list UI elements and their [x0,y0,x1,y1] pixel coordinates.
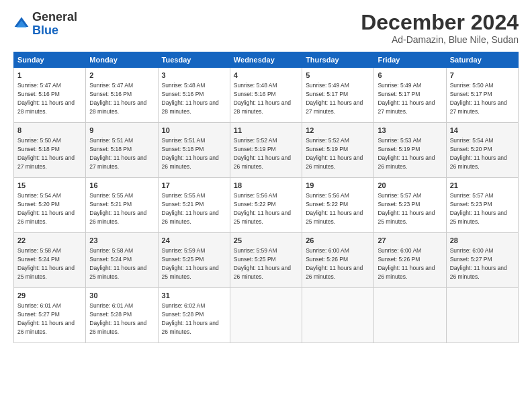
table-row: 11 Sunrise: 5:52 AMSunset: 5:19 PMDaylig… [230,123,302,178]
day-info: Sunrise: 5:50 AMSunset: 5:18 PMDaylight:… [17,137,75,170]
table-row: 7 Sunrise: 5:50 AMSunset: 5:17 PMDayligh… [446,68,518,123]
table-row [374,288,446,343]
day-info: Sunrise: 5:56 AMSunset: 5:22 PMDaylight:… [306,192,363,225]
day-number: 12 [306,126,370,136]
table-row: 18 Sunrise: 5:56 AMSunset: 5:22 PMDaylig… [230,178,302,233]
day-info: Sunrise: 5:59 AMSunset: 5:25 PMDaylight:… [162,247,219,280]
day-info: Sunrise: 5:55 AMSunset: 5:21 PMDaylight:… [162,192,219,225]
table-row: 16 Sunrise: 5:55 AMSunset: 5:21 PMDaylig… [86,178,158,233]
logo: General Blue [13,11,77,38]
title-section: December 2024 Ad-Damazin, Blue Nile, Sud… [361,11,519,45]
table-row: 27 Sunrise: 6:00 AMSunset: 5:26 PMDaylig… [374,233,446,288]
logo-icon [13,16,30,32]
table-row: 30 Sunrise: 6:01 AMSunset: 5:28 PMDaylig… [86,288,158,343]
day-number: 24 [162,236,226,246]
table-row: 31 Sunrise: 6:02 AMSunset: 5:28 PMDaylig… [158,288,230,343]
day-info: Sunrise: 5:51 AMSunset: 5:18 PMDaylight:… [162,137,219,170]
day-number: 15 [17,181,82,191]
day-info: Sunrise: 5:47 AMSunset: 5:16 PMDaylight:… [17,82,75,115]
day-info: Sunrise: 5:47 AMSunset: 5:16 PMDaylight:… [89,82,146,115]
day-number: 27 [378,236,442,246]
table-row [446,288,518,343]
day-number: 11 [234,126,298,136]
col-thursday: Thursday [302,52,374,68]
table-row: 29 Sunrise: 6:01 AMSunset: 5:27 PMDaylig… [14,288,86,343]
table-row: 8 Sunrise: 5:50 AMSunset: 5:18 PMDayligh… [14,123,86,178]
day-info: Sunrise: 5:53 AMSunset: 5:19 PMDaylight:… [378,137,435,170]
day-number: 20 [378,181,442,191]
day-number: 14 [450,126,515,136]
logo-text: General Blue [32,11,77,38]
calendar-week-3: 15 Sunrise: 5:54 AMSunset: 5:20 PMDaylig… [14,178,519,233]
col-wednesday: Wednesday [230,52,302,68]
table-row: 20 Sunrise: 5:57 AMSunset: 5:23 PMDaylig… [374,178,446,233]
day-info: Sunrise: 6:01 AMSunset: 5:27 PMDaylight:… [17,302,75,335]
calendar-table: Sunday Monday Tuesday Wednesday Thursday… [13,52,519,343]
day-number: 7 [450,71,515,81]
day-number: 17 [162,181,226,191]
day-info: Sunrise: 5:49 AMSunset: 5:17 PMDaylight:… [306,82,363,115]
day-number: 31 [162,291,226,301]
day-info: Sunrise: 5:58 AMSunset: 5:24 PMDaylight:… [17,247,75,280]
table-row: 1 Sunrise: 5:47 AMSunset: 5:16 PMDayligh… [14,68,86,123]
day-number: 4 [234,71,298,81]
day-number: 6 [378,71,442,81]
day-number: 1 [17,71,82,81]
table-row: 5 Sunrise: 5:49 AMSunset: 5:17 PMDayligh… [302,68,374,123]
col-monday: Monday [86,52,158,68]
day-number: 5 [306,71,370,81]
day-info: Sunrise: 5:55 AMSunset: 5:21 PMDaylight:… [89,192,146,225]
table-row: 9 Sunrise: 5:51 AMSunset: 5:18 PMDayligh… [86,123,158,178]
day-number: 21 [450,181,515,191]
day-number: 26 [306,236,370,246]
day-info: Sunrise: 5:54 AMSunset: 5:20 PMDaylight:… [450,137,507,170]
calendar-header-row: Sunday Monday Tuesday Wednesday Thursday… [14,52,519,68]
day-number: 13 [378,126,442,136]
day-number: 18 [234,181,298,191]
calendar-week-5: 29 Sunrise: 6:01 AMSunset: 5:27 PMDaylig… [14,288,519,343]
calendar-week-2: 8 Sunrise: 5:50 AMSunset: 5:18 PMDayligh… [14,123,519,178]
day-number: 19 [306,181,370,191]
day-info: Sunrise: 6:00 AMSunset: 5:26 PMDaylight:… [378,247,435,280]
logo-general: General [32,10,77,24]
day-number: 29 [17,291,82,301]
table-row: 3 Sunrise: 5:48 AMSunset: 5:16 PMDayligh… [158,68,230,123]
table-row: 2 Sunrise: 5:47 AMSunset: 5:16 PMDayligh… [86,68,158,123]
day-info: Sunrise: 6:00 AMSunset: 5:26 PMDaylight:… [306,247,363,280]
table-row: 4 Sunrise: 5:48 AMSunset: 5:16 PMDayligh… [230,68,302,123]
header: General Blue December 2024 Ad-Damazin, B… [13,11,519,45]
day-info: Sunrise: 6:00 AMSunset: 5:27 PMDaylight:… [450,247,507,280]
table-row: 14 Sunrise: 5:54 AMSunset: 5:20 PMDaylig… [446,123,518,178]
col-tuesday: Tuesday [158,52,230,68]
col-sunday: Sunday [14,52,86,68]
table-row: 12 Sunrise: 5:52 AMSunset: 5:19 PMDaylig… [302,123,374,178]
table-row: 10 Sunrise: 5:51 AMSunset: 5:18 PMDaylig… [158,123,230,178]
table-row: 26 Sunrise: 6:00 AMSunset: 5:26 PMDaylig… [302,233,374,288]
table-row: 19 Sunrise: 5:56 AMSunset: 5:22 PMDaylig… [302,178,374,233]
day-number: 10 [162,126,226,136]
day-info: Sunrise: 5:51 AMSunset: 5:18 PMDaylight:… [89,137,146,170]
day-number: 2 [89,71,154,81]
day-number: 23 [89,236,154,246]
calendar-week-1: 1 Sunrise: 5:47 AMSunset: 5:16 PMDayligh… [14,68,519,123]
day-info: Sunrise: 5:58 AMSunset: 5:24 PMDaylight:… [89,247,146,280]
day-info: Sunrise: 5:52 AMSunset: 5:19 PMDaylight:… [234,137,291,170]
day-info: Sunrise: 5:54 AMSunset: 5:20 PMDaylight:… [17,192,75,225]
location: Ad-Damazin, Blue Nile, Sudan [361,34,519,45]
page: General Blue December 2024 Ad-Damazin, B… [0,0,532,411]
table-row: 6 Sunrise: 5:49 AMSunset: 5:17 PMDayligh… [374,68,446,123]
table-row: 24 Sunrise: 5:59 AMSunset: 5:25 PMDaylig… [158,233,230,288]
col-saturday: Saturday [446,52,518,68]
table-row: 22 Sunrise: 5:58 AMSunset: 5:24 PMDaylig… [14,233,86,288]
day-info: Sunrise: 5:48 AMSunset: 5:16 PMDaylight:… [162,82,219,115]
day-number: 30 [89,291,154,301]
day-info: Sunrise: 5:50 AMSunset: 5:17 PMDaylight:… [450,82,507,115]
table-row [302,288,374,343]
month-title: December 2024 [361,11,519,34]
day-number: 3 [162,71,226,81]
day-number: 8 [17,126,82,136]
col-friday: Friday [374,52,446,68]
table-row: 25 Sunrise: 5:59 AMSunset: 5:25 PMDaylig… [230,233,302,288]
table-row: 15 Sunrise: 5:54 AMSunset: 5:20 PMDaylig… [14,178,86,233]
day-info: Sunrise: 6:02 AMSunset: 5:28 PMDaylight:… [162,302,219,335]
